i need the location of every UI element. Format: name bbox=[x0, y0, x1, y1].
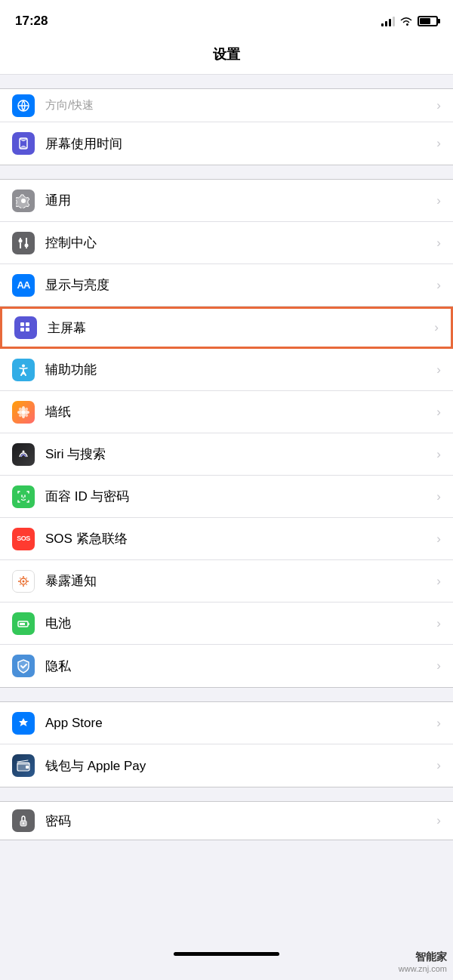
settings-item-fanyi[interactable]: 方向/快速 › bbox=[0, 89, 453, 122]
status-time: 17:28 bbox=[15, 14, 48, 29]
privacy-label: 隐私 bbox=[45, 658, 430, 675]
svg-rect-43 bbox=[26, 766, 29, 769]
screentime-icon bbox=[12, 132, 35, 155]
settings-item-sos[interactable]: SOS SOS 紧急联络 › bbox=[0, 518, 453, 560]
exposure-icon bbox=[12, 570, 35, 593]
wallpaper-icon bbox=[12, 401, 35, 424]
svg-rect-11 bbox=[26, 322, 29, 326]
battery-chevron: › bbox=[436, 616, 441, 631]
settings-item-battery[interactable]: 电池 › bbox=[0, 602, 453, 645]
privacy-chevron: › bbox=[436, 658, 441, 673]
battery-setting-icon bbox=[12, 612, 35, 635]
svg-point-30 bbox=[23, 576, 24, 578]
settings-group-3: App Store › 钱包与 Apple Pay › bbox=[0, 701, 453, 787]
svg-point-34 bbox=[20, 578, 21, 579]
gear-symbol bbox=[16, 193, 31, 208]
settings-item-privacy[interactable]: 隐私 › bbox=[0, 645, 453, 687]
password-symbol bbox=[16, 813, 31, 828]
settings-item-siri[interactable]: Siri 与搜索 › bbox=[0, 433, 453, 476]
sos-symbol: SOS bbox=[17, 535, 30, 542]
sos-icon: SOS bbox=[12, 528, 35, 550]
svg-rect-42 bbox=[17, 763, 29, 765]
general-icon bbox=[12, 190, 35, 212]
faceid-symbol bbox=[16, 489, 31, 504]
controlcenter-chevron: › bbox=[436, 236, 441, 251]
privacy-symbol bbox=[16, 658, 31, 673]
sos-chevron: › bbox=[436, 532, 441, 547]
siri-label: Siri 与搜索 bbox=[45, 445, 430, 463]
wallet-symbol bbox=[16, 758, 31, 773]
fanyi-icon bbox=[12, 94, 35, 117]
accessibility-symbol bbox=[16, 362, 31, 378]
appstore-symbol bbox=[16, 716, 31, 731]
fanyi-label: 方向/快速 bbox=[45, 98, 430, 112]
exposure-label: 暴露通知 bbox=[45, 572, 430, 590]
svg-point-37 bbox=[20, 584, 21, 585]
siri-symbol bbox=[16, 447, 31, 462]
settings-group-4: 密码 › bbox=[0, 801, 453, 840]
settings-item-wallet[interactable]: 钱包与 Apple Pay › bbox=[0, 744, 453, 787]
watermark-url: www.znj.com bbox=[399, 963, 447, 974]
settings-item-homescreen[interactable]: 主屏幕 › bbox=[0, 307, 453, 349]
password-label: 密码 bbox=[45, 812, 430, 830]
battery-label: 电池 bbox=[45, 615, 430, 632]
password-chevron: › bbox=[436, 813, 441, 828]
status-icons bbox=[381, 16, 438, 26]
hourglass-symbol bbox=[16, 136, 31, 151]
svg-point-35 bbox=[26, 584, 27, 585]
siri-chevron: › bbox=[436, 447, 441, 462]
status-bar: 17:28 bbox=[0, 0, 453, 38]
settings-item-appstore[interactable]: App Store › bbox=[0, 702, 453, 744]
wallet-chevron: › bbox=[436, 758, 441, 773]
settings-item-screentime[interactable]: 屏幕使用时间 › bbox=[0, 122, 453, 165]
accessibility-icon bbox=[12, 359, 35, 381]
aa-symbol: AA bbox=[17, 280, 30, 290]
svg-point-32 bbox=[18, 581, 20, 582]
appstore-label: App Store bbox=[45, 716, 430, 731]
homescreen-icon bbox=[14, 316, 37, 339]
svg-point-46 bbox=[23, 822, 24, 824]
svg-point-29 bbox=[23, 580, 25, 582]
exposure-symbol bbox=[16, 574, 31, 589]
faceid-chevron: › bbox=[436, 489, 441, 504]
screentime-chevron: › bbox=[436, 136, 441, 151]
settings-item-wallpaper[interactable]: 墙纸 › bbox=[0, 391, 453, 433]
watermark-brand: 智能家 bbox=[399, 950, 447, 963]
settings-item-display[interactable]: AA 显示与亮度 › bbox=[0, 264, 453, 307]
settings-item-exposure[interactable]: 暴露通知 › bbox=[0, 560, 453, 602]
wallet-label: 钱包与 Apple Pay bbox=[45, 757, 430, 775]
sos-label: SOS 紧急联络 bbox=[45, 530, 430, 547]
svg-line-44 bbox=[17, 760, 28, 762]
siri-icon bbox=[12, 443, 35, 466]
wallet-icon bbox=[12, 754, 35, 777]
fanyi-chevron: › bbox=[436, 98, 441, 113]
settings-group-2: 通用 › 控制中心 › AA 显示与亮度 › bbox=[0, 179, 453, 688]
display-label: 显示与亮度 bbox=[45, 276, 430, 294]
battery-symbol bbox=[16, 616, 31, 631]
password-icon bbox=[12, 809, 35, 832]
settings-item-accessibility[interactable]: 辅助功能 › bbox=[0, 349, 453, 391]
faceid-icon bbox=[12, 485, 35, 508]
flower-symbol bbox=[16, 405, 31, 420]
settings-item-faceid[interactable]: 面容 ID 与密码 › bbox=[0, 476, 453, 518]
translate-symbol bbox=[16, 98, 31, 113]
svg-rect-39 bbox=[20, 623, 25, 625]
page-title: 设置 bbox=[0, 45, 453, 63]
privacy-icon bbox=[12, 655, 35, 677]
settings-item-general[interactable]: 通用 › bbox=[0, 180, 453, 222]
settings-item-controlcenter[interactable]: 控制中心 › bbox=[0, 222, 453, 264]
controlcenter-icon bbox=[12, 232, 35, 254]
wifi-icon bbox=[399, 16, 413, 26]
settings-item-password[interactable]: 密码 › bbox=[0, 802, 453, 840]
homescreen-chevron: › bbox=[434, 320, 439, 335]
battery-icon bbox=[418, 16, 438, 26]
svg-rect-10 bbox=[20, 322, 24, 326]
settings-group-1: 方向/快速 › 屏幕使用时间 › bbox=[0, 88, 453, 165]
accessibility-chevron: › bbox=[436, 362, 441, 378]
svg-rect-40 bbox=[28, 623, 29, 624]
controlcenter-label: 控制中心 bbox=[45, 234, 430, 251]
watermark: 智能家 www.znj.com bbox=[399, 950, 447, 974]
home-indicator bbox=[174, 952, 279, 956]
page-title-bar: 设置 bbox=[0, 38, 453, 75]
exposure-chevron: › bbox=[436, 574, 441, 589]
